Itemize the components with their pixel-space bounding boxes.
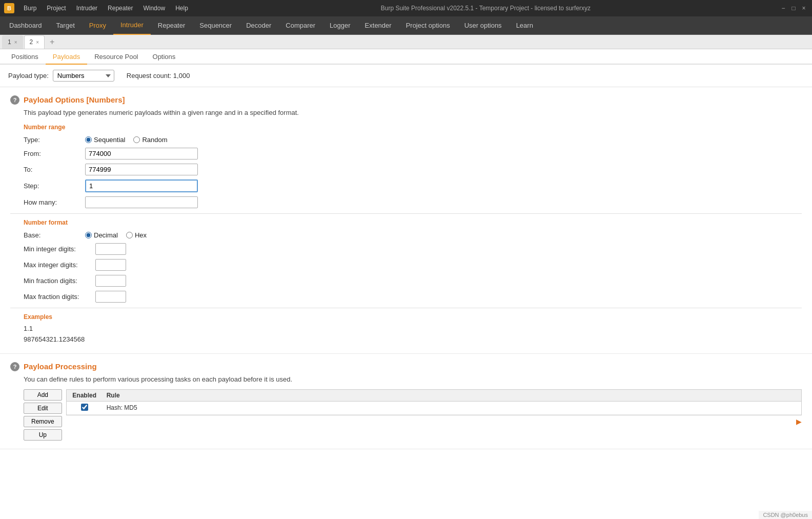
th-rule: Rule [103, 390, 801, 401]
payload-options-header: ? Payload Options [Numbers] [10, 95, 802, 105]
max-frac-digits-label: Max fraction digits: [24, 293, 95, 301]
number-range-title: Number range [24, 124, 802, 131]
random-radio-label[interactable]: Random [133, 136, 167, 144]
subtab-resource-pool[interactable]: Resource Pool [87, 49, 145, 64]
payload-processing-section: ? Payload Processing You can define rule… [0, 354, 812, 449]
tab-2[interactable]: 2 × [24, 35, 45, 49]
hex-radio[interactable] [126, 232, 133, 238]
row-0-rule: Hash: MD5 [103, 402, 801, 413]
help-icon[interactable]: ? [10, 95, 19, 105]
to-label: To: [24, 166, 85, 173]
main-nav: Dashboard Target Proxy Intruder Repeater… [0, 16, 812, 35]
from-input[interactable] [85, 148, 198, 159]
tab-2-label: 2 [30, 38, 33, 46]
nav-project-options[interactable]: Project options [399, 16, 457, 35]
menu-intruder[interactable]: Intruder [72, 4, 102, 13]
remove-button[interactable]: Remove [24, 416, 62, 427]
min-frac-digits-row: Min fraction digits: [24, 275, 802, 287]
footer: CSDN @ph0ebus [759, 511, 812, 519]
nav-decoder[interactable]: Decoder [239, 16, 278, 35]
nav-user-options[interactable]: User options [457, 16, 509, 35]
help-icon-processing[interactable]: ? [10, 362, 19, 371]
menu-bar: Burp Project Intruder Repeater Window He… [19, 4, 192, 13]
nav-extender[interactable]: Extender [358, 16, 399, 35]
up-button[interactable]: Up [24, 429, 62, 441]
tab-1-close[interactable]: × [14, 39, 17, 45]
burp-logo: B [4, 3, 14, 13]
add-button[interactable]: Add [24, 389, 62, 401]
type-row: Type: Sequential Random [24, 136, 802, 144]
sequential-radio[interactable] [85, 136, 92, 143]
payload-options-section: ? Payload Options [Numbers] This payload… [0, 87, 812, 354]
min-int-digits-input[interactable] [95, 243, 126, 255]
title-bar-left: B Burp Project Intruder Repeater Window … [4, 3, 192, 13]
from-row: From: [24, 148, 802, 159]
min-frac-digits-input[interactable] [95, 275, 126, 287]
orange-arrow-icon: ▶ [796, 417, 802, 426]
payload-type-label: Payload type: [8, 72, 49, 79]
menu-project[interactable]: Project [43, 4, 70, 13]
sequential-radio-label[interactable]: Sequential [85, 136, 125, 144]
decimal-radio[interactable] [85, 232, 92, 238]
minimize-button[interactable]: − [779, 4, 787, 12]
nav-repeater[interactable]: Repeater [151, 16, 192, 35]
nav-intruder[interactable]: Intruder [113, 16, 151, 35]
subtab-options[interactable]: Options [146, 49, 183, 64]
tab-1-label: 1 [8, 38, 11, 46]
payload-options-desc: This payload type generates numeric payl… [24, 109, 802, 116]
decimal-label: Decimal [94, 231, 118, 239]
payload-type-select[interactable]: Numbers [53, 70, 114, 82]
payload-type-row: Payload type: Numbers Request count: 1,0… [0, 65, 812, 87]
nav-logger[interactable]: Logger [322, 16, 357, 35]
nav-learn[interactable]: Learn [509, 16, 540, 35]
tab-1[interactable]: 1 × [2, 35, 23, 49]
how-many-row: How many: [24, 196, 802, 208]
random-radio[interactable] [133, 136, 140, 143]
examples-block: Examples 1.1 987654321.1234568 [24, 313, 802, 345]
max-int-digits-input[interactable] [95, 259, 126, 271]
processing-row-0[interactable]: Hash: MD5 [67, 402, 801, 415]
menu-help[interactable]: Help [171, 4, 192, 13]
example-1: 1.1 [24, 324, 802, 334]
max-frac-digits-row: Max fraction digits: [24, 291, 802, 303]
maximize-button[interactable]: □ [789, 4, 798, 12]
hex-radio-label[interactable]: Hex [126, 231, 147, 239]
nav-sequencer[interactable]: Sequencer [192, 16, 239, 35]
processing-table-header: Enabled Rule [67, 390, 801, 402]
number-range-block: Number range Type: Sequential Random Fro… [24, 124, 802, 208]
processing-table: Enabled Rule Hash: MD5 [66, 389, 802, 415]
edit-button[interactable]: Edit [24, 403, 62, 414]
menu-repeater[interactable]: Repeater [104, 4, 137, 13]
menu-burp[interactable]: Burp [19, 4, 40, 13]
tab-bar: 1 × 2 × + [0, 35, 812, 49]
to-input[interactable] [85, 164, 198, 175]
processing-table-wrapper: Enabled Rule Hash: MD5 ▶ [66, 389, 802, 441]
content-area: Payload type: Numbers Request count: 1,0… [0, 65, 812, 519]
row-0-checkbox[interactable] [81, 404, 88, 411]
how-many-input[interactable] [85, 196, 198, 208]
max-frac-digits-input[interactable] [95, 291, 126, 303]
min-int-digits-label: Min integer digits: [24, 245, 95, 253]
close-button[interactable]: × [800, 4, 808, 12]
max-int-digits-label: Max integer digits: [24, 261, 95, 269]
tab-add-button[interactable]: + [46, 36, 58, 48]
how-many-label: How many: [24, 198, 85, 206]
step-row: Step: [24, 179, 802, 192]
sequential-label: Sequential [94, 136, 125, 144]
menu-window[interactable]: Window [139, 4, 169, 13]
step-input[interactable] [85, 179, 198, 192]
subtab-payloads[interactable]: Payloads [46, 49, 87, 65]
nav-proxy[interactable]: Proxy [82, 16, 113, 35]
min-int-digits-row: Min integer digits: [24, 243, 802, 255]
nav-comparer[interactable]: Comparer [278, 16, 322, 35]
nav-target[interactable]: Target [49, 16, 82, 35]
subtab-positions[interactable]: Positions [4, 49, 46, 64]
request-count: Request count: 1,000 [127, 72, 190, 79]
sub-tab-bar: Positions Payloads Resource Pool Options [0, 49, 812, 65]
nav-dashboard[interactable]: Dashboard [2, 16, 49, 35]
example-2: 987654321.1234568 [24, 334, 802, 345]
tab-2-close[interactable]: × [36, 39, 39, 45]
base-row: Base: Decimal Hex [24, 231, 802, 239]
step-label: Step: [24, 182, 85, 190]
decimal-radio-label[interactable]: Decimal [85, 231, 118, 239]
